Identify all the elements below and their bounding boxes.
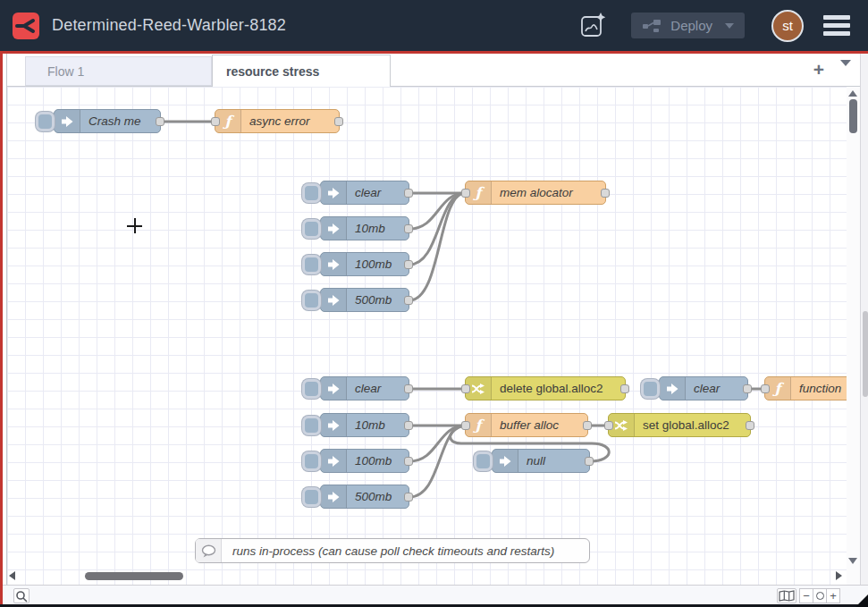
- inject-button[interactable]: [302, 487, 321, 507]
- search-button[interactable]: [13, 588, 29, 603]
- inject-icon: [321, 450, 347, 472]
- page-scrollbar[interactable]: [860, 54, 868, 604]
- inject-button[interactable]: [302, 379, 321, 399]
- inject-node-100mb-2[interactable]: 100mb: [320, 449, 409, 473]
- zoom-in-button[interactable]: +: [826, 588, 840, 603]
- output-port[interactable]: [334, 117, 343, 126]
- node-label: 500mb: [347, 485, 409, 508]
- output-port[interactable]: [404, 421, 413, 430]
- flow-canvas[interactable]: Crash me ƒ async error clear 10mb: [7, 87, 847, 585]
- tab-label: Flow 1: [47, 64, 84, 79]
- inject-button[interactable]: [302, 219, 321, 239]
- workspace-title: Determined-Reed-Warbler-8182: [52, 16, 286, 35]
- zoom-reset-button[interactable]: [813, 588, 827, 603]
- scroll-right-icon[interactable]: [836, 571, 842, 580]
- function-node-async-error[interactable]: ƒ async error: [215, 109, 340, 133]
- wire[interactable]: [409, 193, 465, 300]
- output-port[interactable]: [620, 384, 629, 393]
- function-node-mem-alocator[interactable]: ƒ mem alocator: [465, 181, 606, 205]
- navigator-button[interactable]: [777, 588, 796, 603]
- inject-node-clear-2[interactable]: clear: [320, 376, 409, 400]
- inject-button[interactable]: [302, 291, 321, 310]
- vertical-scrollbar-thumb[interactable]: [849, 99, 857, 133]
- input-port[interactable]: [761, 384, 770, 393]
- node-label: async error: [241, 110, 339, 132]
- scroll-up-icon[interactable]: [848, 90, 857, 97]
- inject-button[interactable]: [302, 451, 321, 471]
- node-label: clear: [347, 181, 409, 204]
- search-icon: [15, 590, 28, 603]
- function-node-function[interactable]: ƒ function: [764, 376, 847, 400]
- page-scrollbar-thumb[interactable]: [863, 311, 868, 397]
- inject-node-clear-3[interactable]: clear: [659, 376, 748, 400]
- output-port[interactable]: [404, 224, 413, 233]
- output-port[interactable]: [585, 457, 594, 466]
- inject-button[interactable]: [36, 112, 55, 131]
- inject-icon: [660, 377, 686, 400]
- inject-node-100mb[interactable]: 100mb: [320, 252, 409, 276]
- node-red-logo-icon[interactable]: [13, 13, 39, 39]
- inject-icon: [321, 289, 347, 311]
- tab-resource-stress[interactable]: resource stress: [212, 55, 391, 87]
- node-label: set global.alloc2: [635, 414, 750, 436]
- output-port[interactable]: [601, 189, 610, 198]
- deploy-button[interactable]: Deploy: [631, 13, 745, 38]
- scroll-left-icon[interactable]: [9, 571, 15, 580]
- input-port[interactable]: [211, 117, 220, 126]
- inject-node-500mb[interactable]: 500mb: [320, 288, 409, 312]
- inject-node-crash-me[interactable]: Crash me: [54, 109, 161, 133]
- node-label: function: [791, 377, 847, 400]
- canvas-vertical-scrollbar[interactable]: [847, 87, 860, 585]
- flow-tab-bar: Flow 1 resource stress +: [7, 54, 860, 87]
- inject-button[interactable]: [474, 451, 493, 471]
- node-label: mem alocator: [492, 181, 605, 204]
- inject-node-10mb-2[interactable]: 10mb: [320, 413, 409, 437]
- inject-button[interactable]: [302, 255, 321, 274]
- inject-icon: [321, 377, 347, 400]
- inject-node-null[interactable]: null: [492, 449, 590, 473]
- inject-node-10mb[interactable]: 10mb: [320, 216, 409, 240]
- inject-icon: [321, 485, 347, 508]
- output-port[interactable]: [743, 384, 752, 393]
- inject-button[interactable]: [302, 416, 321, 435]
- node-label: 100mb: [347, 450, 409, 472]
- output-port[interactable]: [404, 260, 413, 269]
- change-node-set-alloc[interactable]: set global.alloc2: [608, 413, 751, 437]
- inject-node-clear[interactable]: clear: [320, 181, 409, 205]
- inject-button[interactable]: [302, 183, 321, 203]
- input-port[interactable]: [461, 189, 470, 198]
- deploy-caret-icon[interactable]: [725, 23, 734, 29]
- inject-button[interactable]: [641, 379, 660, 399]
- output-port[interactable]: [404, 493, 413, 502]
- output-port[interactable]: [404, 457, 413, 466]
- tab-flow1[interactable]: Flow 1: [25, 56, 212, 86]
- user-avatar[interactable]: st: [771, 10, 804, 42]
- function-node-buffer-alloc[interactable]: ƒ buffer alloc: [465, 413, 588, 437]
- output-port[interactable]: [583, 421, 592, 430]
- inject-icon: [55, 110, 80, 132]
- comment-node[interactable]: runs in-process (can cause poll check ti…: [195, 538, 590, 563]
- ai-assistant-icon[interactable]: [577, 11, 608, 41]
- output-port[interactable]: [156, 117, 164, 126]
- wires: [7, 87, 847, 585]
- add-flow-button[interactable]: +: [806, 57, 831, 82]
- inject-icon: [493, 450, 518, 472]
- scroll-down-icon[interactable]: [848, 558, 857, 564]
- node-label: 10mb: [347, 217, 409, 240]
- output-port[interactable]: [404, 189, 413, 198]
- node-label: 100mb: [347, 253, 409, 275]
- input-port[interactable]: [604, 421, 613, 430]
- output-port[interactable]: [404, 296, 413, 305]
- zoom-out-button[interactable]: −: [799, 588, 813, 603]
- zoom-reset-icon: [816, 592, 824, 600]
- inject-node-500mb-2[interactable]: 500mb: [320, 485, 409, 509]
- horizontal-scrollbar-thumb[interactable]: [85, 572, 183, 580]
- main-menu-icon[interactable]: [823, 15, 850, 36]
- output-port[interactable]: [746, 421, 754, 430]
- flow-list-caret-icon[interactable]: [840, 66, 851, 82]
- input-port[interactable]: [461, 421, 470, 430]
- input-port[interactable]: [461, 384, 470, 393]
- change-node-delete-alloc[interactable]: delete global.alloc2: [465, 376, 626, 400]
- zoom-out-icon: −: [803, 589, 810, 603]
- output-port[interactable]: [404, 384, 413, 393]
